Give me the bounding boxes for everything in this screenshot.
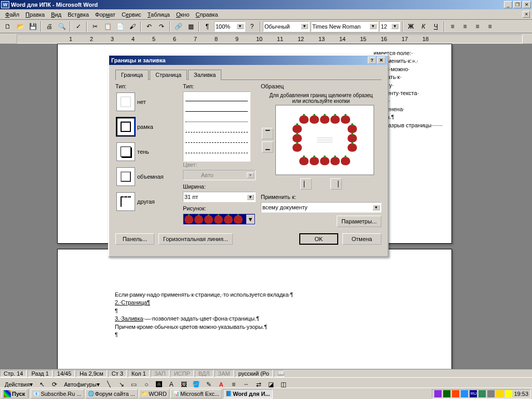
edge-top-button[interactable]: ▔ bbox=[262, 128, 273, 139]
status-lang[interactable]: русский (Ро bbox=[235, 370, 273, 377]
status-book-icon[interactable]: 📖 bbox=[274, 370, 284, 377]
page-2[interactable]: Если·рамку·надо·применять·к·странице,·то… bbox=[57, 249, 452, 369]
start-button[interactable]: Пуск bbox=[1, 389, 28, 398]
tray-icon-7[interactable] bbox=[496, 390, 503, 397]
align-justify-button[interactable]: ≡ bbox=[484, 21, 496, 32]
horizontal-ruler[interactable]: 123456789101112131415161718 bbox=[17, 34, 523, 44]
status-at: На 2,9см bbox=[76, 370, 107, 377]
apply-combo[interactable]: всему документу▼ bbox=[261, 202, 381, 212]
tray-icon-3[interactable] bbox=[452, 390, 459, 397]
task-subscribe[interactable]: 📧 Subscribe.Ru ... bbox=[31, 389, 84, 398]
standard-toolbar: 🗋 📂 💾 🖨 🔍 ✓ ✂ 📋 📄 🖌 ↶ ↷ 🔗 ▦ ¶ 100%▼ ? Об… bbox=[0, 20, 532, 33]
task-word-doc[interactable]: 📘 Word для И... bbox=[223, 389, 272, 398]
hyperlink-button[interactable]: 🔗 bbox=[172, 21, 184, 32]
tab-shading[interactable]: Заливка bbox=[188, 70, 221, 80]
preset-box[interactable]: рамка bbox=[115, 116, 178, 137]
tables-button[interactable]: ▦ bbox=[185, 21, 196, 32]
preview-box[interactable] bbox=[275, 105, 374, 175]
preset-shadow[interactable]: тень bbox=[115, 141, 178, 162]
task-word-folder[interactable]: 📁 WORD bbox=[139, 389, 169, 398]
doc-text-page2: Если·рамку·надо·применять·к·странице,·то… bbox=[115, 291, 395, 339]
format-painter-button[interactable]: 🖌 bbox=[127, 21, 138, 32]
params-button[interactable]: Параметры... bbox=[337, 216, 381, 227]
preview-button[interactable]: 🔍 bbox=[56, 21, 68, 32]
menu-edit[interactable]: Правка bbox=[22, 10, 48, 19]
fontsize-combo[interactable]: 12▼ bbox=[379, 21, 400, 32]
copy-button[interactable]: 📋 bbox=[102, 21, 113, 32]
ok-button[interactable]: OK bbox=[299, 233, 338, 245]
redo-button[interactable]: ↷ bbox=[156, 21, 167, 32]
tray-icon-1[interactable] bbox=[434, 390, 442, 397]
dialog-help-button[interactable]: ? bbox=[368, 57, 376, 64]
edge-left-button[interactable]: ▏ bbox=[300, 178, 312, 190]
preset-custom[interactable]: другая bbox=[115, 191, 178, 212]
apply-label: Применить к: bbox=[261, 194, 381, 200]
bold-button[interactable]: Ж bbox=[405, 21, 417, 32]
task-forum[interactable]: 🌐 Форум сайта ... bbox=[85, 389, 138, 398]
edge-right-button[interactable]: ▕ bbox=[330, 178, 342, 190]
paste-button[interactable]: 📄 bbox=[114, 21, 126, 32]
status-bar: Стр. 14 Разд 1 14/45 На 2,9см Ст 3 Кол 1… bbox=[0, 369, 532, 377]
system-tray[interactable]: RU 19:53 bbox=[432, 389, 531, 398]
align-right-button[interactable]: ≡ bbox=[472, 21, 483, 32]
maximize-button[interactable]: ❐ bbox=[513, 1, 522, 8]
edge-bottom-button[interactable]: ▁ bbox=[262, 141, 273, 153]
font-combo[interactable]: Times New Roman▼ bbox=[311, 21, 378, 32]
cancel-button[interactable]: Отмена bbox=[342, 233, 381, 245]
status-ovr: ЗАМ bbox=[215, 370, 234, 377]
art-combo[interactable]: ▼ bbox=[183, 214, 256, 225]
close-button[interactable]: ✕ bbox=[523, 1, 531, 8]
dialog-close-button[interactable]: ✕ bbox=[377, 57, 385, 64]
cut-button[interactable]: ✂ bbox=[89, 21, 101, 32]
dialog-tabs: Граница Страница Заливка bbox=[115, 69, 381, 80]
dialog-titlebar[interactable]: Границы и заливка ? ✕ bbox=[109, 56, 388, 65]
new-doc-button[interactable]: 🗋 bbox=[2, 21, 14, 32]
undo-button[interactable]: ↶ bbox=[143, 21, 155, 32]
close-document-button[interactable]: ✕ bbox=[523, 11, 530, 18]
lang-indicator[interactable]: RU bbox=[470, 390, 477, 397]
italic-button[interactable]: К bbox=[418, 21, 429, 32]
menu-file[interactable]: Файл bbox=[2, 10, 22, 19]
status-pages: 14/45 bbox=[54, 370, 75, 377]
open-button[interactable]: 📂 bbox=[15, 21, 26, 32]
clock[interactable]: 19:53 bbox=[514, 391, 528, 397]
align-center-button[interactable]: ≡ bbox=[459, 21, 471, 32]
taskbar: Пуск 📧 Subscribe.Ru ... 🌐 Форум сайта ..… bbox=[0, 388, 532, 399]
color-combo: Авто▼ bbox=[183, 170, 256, 180]
spell-button[interactable]: ✓ bbox=[73, 21, 84, 32]
task-excel[interactable]: 📊 Microsoft Exc... bbox=[170, 389, 222, 398]
status-line: Ст 3 bbox=[108, 370, 127, 377]
tab-border[interactable]: Граница bbox=[115, 70, 149, 80]
panel-button[interactable]: Панель... bbox=[115, 233, 154, 245]
menu-view[interactable]: Вид bbox=[48, 10, 64, 19]
underline-button[interactable]: Ч bbox=[430, 21, 442, 32]
save-button[interactable]: 💾 bbox=[27, 21, 38, 32]
zoom-combo[interactable]: 100%▼ bbox=[214, 21, 245, 32]
print-button[interactable]: 🖨 bbox=[44, 21, 55, 32]
help-button[interactable]: ? bbox=[246, 21, 258, 32]
art-label: Рисунок: bbox=[183, 205, 256, 211]
menu-window[interactable]: Окно bbox=[173, 10, 193, 19]
width-combo[interactable]: 31 пт▼ bbox=[183, 192, 256, 202]
tray-icon-4[interactable] bbox=[461, 390, 468, 397]
preset-none[interactable]: нет bbox=[115, 91, 178, 112]
show-marks-button[interactable]: ¶ bbox=[202, 21, 213, 32]
tray-icon-2[interactable] bbox=[443, 390, 450, 397]
menu-insert[interactable]: Вставка bbox=[64, 10, 92, 19]
menu-help[interactable]: Справка bbox=[193, 10, 221, 19]
menu-format[interactable]: Формат bbox=[92, 10, 118, 19]
line-style-list[interactable] bbox=[183, 91, 250, 162]
tab-page[interactable]: Страница bbox=[150, 70, 187, 80]
status-rec: ЗАП bbox=[151, 370, 169, 377]
tray-icon-5[interactable] bbox=[478, 390, 486, 397]
hline-button[interactable]: Горизонтальная линия... bbox=[158, 233, 233, 245]
tray-icon-6[interactable] bbox=[487, 390, 495, 397]
align-left-button[interactable]: ≡ bbox=[447, 21, 458, 32]
preset-3d[interactable]: объемная bbox=[115, 166, 178, 187]
menu-table[interactable]: Таблица bbox=[144, 10, 173, 19]
volume-icon[interactable] bbox=[505, 390, 512, 397]
style-combo[interactable]: Обычный▼ bbox=[263, 21, 310, 32]
minimize-button[interactable]: _ bbox=[504, 1, 512, 8]
window-title: Word для ИПК - Microsoft Word bbox=[11, 2, 504, 8]
menu-tools[interactable]: Сервис bbox=[118, 10, 144, 19]
